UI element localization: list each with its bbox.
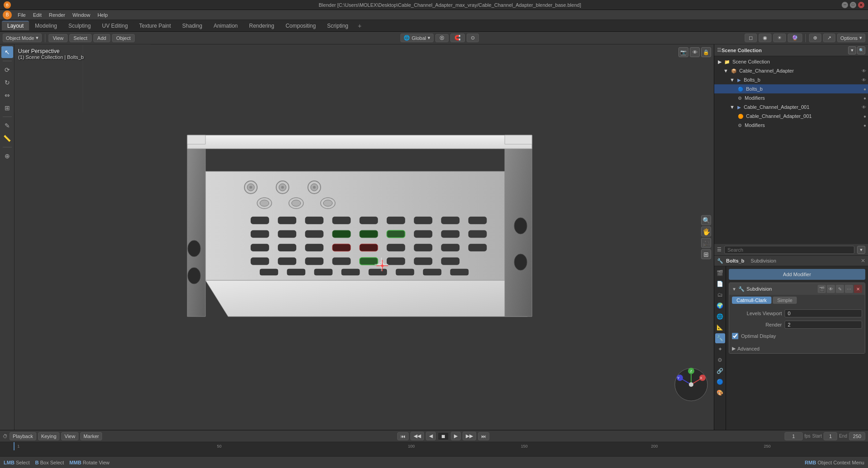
- viewport-lock-button[interactable]: 🔒: [701, 47, 711, 57]
- prop-tab-output[interactable]: 📄: [715, 279, 725, 289]
- navigation-gizmo[interactable]: X Y Z: [673, 366, 709, 403]
- outliner-item-scene-collection[interactable]: ▶ 📁 Scene Collection: [714, 57, 868, 66]
- modifier-viewport-btn[interactable]: 👁: [827, 285, 835, 293]
- simple-tab[interactable]: Simple: [773, 297, 797, 304]
- viewport-3d[interactable]: User Perspective (1) Scene Collection | …: [15, 44, 714, 430]
- prop-tab-render[interactable]: 🎬: [715, 268, 725, 278]
- outliner-search-button[interactable]: 🔍: [857, 46, 865, 54]
- minimize-button[interactable]: ─: [842, 2, 848, 8]
- tab-uv-editing[interactable]: UV Editing: [97, 21, 133, 30]
- overlay-toggle[interactable]: ⊕: [809, 34, 821, 42]
- visibility-icon[interactable]: ●: [863, 96, 866, 101]
- keying-menu[interactable]: Keying: [38, 432, 60, 440]
- outliner-item-bolts-b-parent[interactable]: ▼ ▶ Bolts_b 👁: [714, 75, 868, 84]
- current-frame-display[interactable]: 1: [785, 432, 803, 440]
- close-properties-button[interactable]: ✕: [861, 258, 865, 264]
- outliner-item-cable-adapter-001-mesh[interactable]: 🟠 Cable_Channel_Adapter_001 ●: [714, 112, 868, 121]
- step-back-button[interactable]: ◀◀: [410, 432, 424, 440]
- visibility-icon[interactable]: ●: [863, 123, 866, 128]
- modifier-camera-btn[interactable]: 🎬: [818, 285, 826, 293]
- transform-pivot[interactable]: ⦿: [435, 34, 449, 42]
- menu-file[interactable]: File: [15, 11, 29, 19]
- tab-texture-paint[interactable]: Texture Paint: [134, 21, 176, 30]
- levels-viewport-value[interactable]: 0: [785, 309, 862, 317]
- outliner-item-modifiers-cable[interactable]: ⚙ Modifiers ●: [714, 121, 868, 130]
- add-modifier-button[interactable]: Add Modifier: [729, 269, 865, 280]
- prop-tab-view-layer[interactable]: 🗂: [715, 290, 725, 300]
- prop-tab-scene[interactable]: 🌍: [715, 301, 725, 311]
- menu-edit[interactable]: Edit: [30, 11, 45, 19]
- prop-tab-world[interactable]: 🌐: [715, 312, 725, 322]
- menu-help[interactable]: Help: [94, 11, 111, 19]
- modifier-expand-btn[interactable]: ⋯: [845, 285, 853, 293]
- viewport-shading-solid[interactable]: ◉: [759, 34, 771, 42]
- transform-tool[interactable]: ⊞: [1, 102, 13, 114]
- stop-button[interactable]: ⏹: [438, 432, 449, 440]
- tab-rendering[interactable]: Rendering: [244, 21, 279, 30]
- properties-search-input[interactable]: [724, 246, 854, 254]
- move-tool[interactable]: ⟳: [1, 64, 13, 76]
- scale-tool[interactable]: ⇔: [1, 89, 13, 101]
- modifier-edit-btn[interactable]: ✎: [836, 285, 844, 293]
- play-back-button[interactable]: ◀: [426, 432, 436, 440]
- properties-filter-button[interactable]: ▼: [857, 246, 865, 254]
- rotate-tool[interactable]: ↻: [1, 77, 13, 88]
- viewport-display-button[interactable]: 👁: [690, 47, 700, 57]
- render-value[interactable]: 2: [785, 321, 862, 329]
- object-menu[interactable]: Object: [112, 34, 135, 42]
- menu-window[interactable]: Window: [69, 11, 93, 19]
- measure-tool[interactable]: 📏: [1, 132, 13, 144]
- viewport-camera-button[interactable]: 📷: [678, 47, 688, 57]
- step-forward-button[interactable]: ▶▶: [463, 432, 476, 440]
- tab-layout[interactable]: Layout: [2, 21, 29, 30]
- outliner-filter-button[interactable]: ▼: [848, 46, 856, 54]
- outliner-item-modifiers-bolts[interactable]: ⚙ Modifiers ●: [714, 93, 868, 102]
- add-cube-tool[interactable]: ⊕: [1, 150, 13, 162]
- outliner-item-cable-channel-adapter[interactable]: ▼ 📦 Cable_Channel_Adapter 👁: [714, 66, 868, 75]
- orthographic-view-button[interactable]: ⊞: [701, 249, 711, 259]
- marker-menu[interactable]: Marker: [80, 432, 102, 440]
- prop-tab-object[interactable]: 📐: [715, 322, 725, 332]
- outliner-item-cable-adapter-001[interactable]: ▼ ▶ Cable_Channel_Adapter_001 👁: [714, 102, 868, 112]
- tab-compositing[interactable]: Compositing: [280, 21, 322, 30]
- viewport-shading-wire[interactable]: ◻: [745, 34, 757, 42]
- jump-to-start-button[interactable]: ⏮: [397, 432, 409, 440]
- prop-tab-physics[interactable]: ⚙: [715, 355, 725, 365]
- jump-to-end-button[interactable]: ⏭: [478, 432, 489, 440]
- zoom-in-button[interactable]: 🔍: [701, 215, 711, 225]
- prop-tab-particles[interactable]: ✦: [715, 344, 725, 354]
- timeline-scrubber[interactable]: 1 50 100 150 200 250: [0, 442, 868, 450]
- tab-scripting[interactable]: Scripting: [322, 21, 354, 30]
- advanced-toggle[interactable]: ▶ Advanced: [729, 344, 865, 353]
- visibility-icon[interactable]: 👁: [862, 68, 866, 73]
- tab-modeling[interactable]: Modeling: [29, 21, 63, 30]
- modifier-delete-btn[interactable]: ✕: [854, 285, 862, 293]
- select-menu[interactable]: Select: [69, 34, 92, 42]
- outliner-item-bolts-b-mesh[interactable]: 🔵 Bolts_b ●: [714, 84, 868, 93]
- prop-tab-data[interactable]: 🔵: [715, 377, 725, 387]
- menu-render[interactable]: Render: [46, 11, 68, 19]
- visibility-icon[interactable]: 👁: [862, 105, 866, 110]
- annotate-tool[interactable]: ✎: [1, 120, 13, 132]
- gizmo-toggle[interactable]: ↗: [823, 34, 835, 42]
- tab-shading[interactable]: Shading: [177, 21, 208, 30]
- proportional-edit[interactable]: ⊙: [467, 34, 479, 42]
- add-menu[interactable]: Add: [93, 34, 111, 42]
- zoom-out-button[interactable]: 🖐: [701, 227, 711, 237]
- tab-sculpting[interactable]: Sculpting: [63, 21, 96, 30]
- view-menu-timeline[interactable]: View: [61, 432, 78, 440]
- visibility-icon[interactable]: ●: [863, 114, 866, 119]
- catmull-clark-tab[interactable]: Catmull-Clark: [732, 297, 771, 304]
- tab-animation[interactable]: Animation: [208, 21, 243, 30]
- close-button[interactable]: ✕: [858, 2, 864, 8]
- playback-menu[interactable]: Playback: [10, 432, 36, 440]
- camera-view-button[interactable]: 🎥: [701, 238, 711, 248]
- add-workspace-button[interactable]: +: [354, 21, 365, 31]
- prop-tab-material[interactable]: 🎨: [715, 388, 725, 398]
- mode-selector[interactable]: Object Mode ▾: [3, 34, 42, 42]
- maximize-button[interactable]: □: [850, 2, 856, 8]
- window-controls[interactable]: ─ □ ✕: [842, 2, 864, 8]
- start-frame-input[interactable]: 1: [824, 432, 837, 440]
- play-button[interactable]: ▶: [451, 432, 461, 440]
- viewport-shading-rendered[interactable]: ☀: [773, 34, 786, 42]
